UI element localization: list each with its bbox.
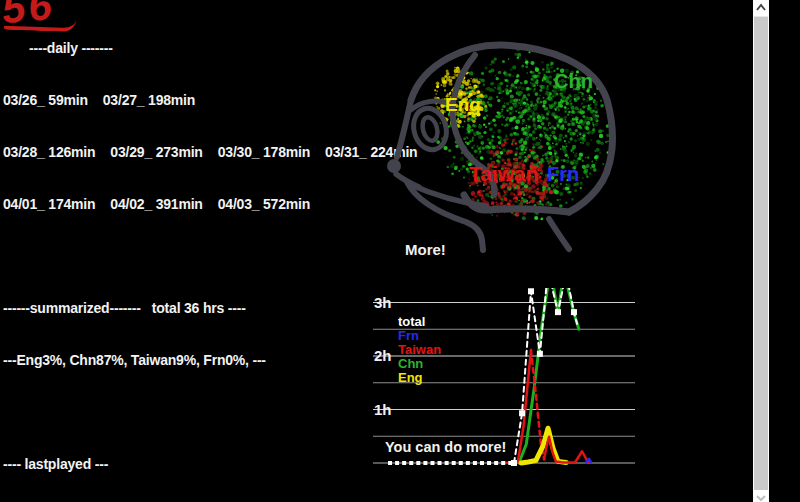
summary-header: ------summarized------- total 36 hrs ---…: [3, 298, 371, 318]
daily-entry: 04/02_ 391min: [110, 194, 202, 214]
right-margin: [769, 0, 800, 502]
more-text: More!: [405, 241, 446, 258]
legend-eng: Eng: [398, 370, 423, 385]
chevron-down-icon: [757, 496, 765, 500]
blank-line: [3, 402, 371, 422]
ytick-1h: 1h: [374, 401, 392, 418]
daily-row: 03/26_ 59min03/27_ 198min: [3, 90, 371, 110]
daily-header: ----daily -------: [3, 38, 371, 58]
scrollbar-thumb[interactable]: [754, 16, 768, 492]
scrollbar-down-button[interactable]: [753, 490, 769, 502]
legend-chn: Chn: [398, 356, 423, 371]
legend-frn: Frn: [398, 328, 419, 343]
label-eng: Eng: [445, 94, 481, 115]
encouragement-text: You can do more!: [385, 439, 506, 455]
lastplayed-header: ---- lastplayed ---: [3, 454, 371, 474]
brain-illustration: Eng Chn Taiwan Frn More!: [380, 32, 636, 264]
scrollbar-up-button[interactable]: [753, 0, 769, 16]
label-frn: Frn: [547, 163, 579, 185]
nose: [387, 159, 401, 173]
ytick-3h: 3h: [374, 294, 392, 311]
chevron-up-icon: [757, 5, 765, 10]
daily-entry: 03/27_ 198min: [103, 90, 195, 110]
blank-line: [3, 246, 371, 266]
daily-entry: 03/26_ 59min: [3, 90, 88, 110]
label-taiwan: Taiwan: [469, 162, 539, 185]
daily-entry: 03/30_ 178min: [218, 142, 310, 162]
ytick-2h: 2h: [374, 347, 392, 364]
label-chn: Chn: [554, 70, 593, 92]
daily-entry: 03/29_ 273min: [110, 142, 202, 162]
summary-percentages: ---Eng3%, Chn87%, Taiwan9%, Frn0%, ---: [3, 350, 371, 370]
progress-chart: 3h 2h 1h total Frn Taiwan Chn Eng You ca…: [371, 284, 639, 480]
daily-entry: 04/03_ 572min: [218, 194, 310, 214]
terminal-panel: ----daily ------- 03/26_ 59min03/27_ 198…: [3, 6, 371, 502]
daily-row: 03/28_ 126min03/29_ 273min03/30_ 178min0…: [3, 142, 371, 162]
legend-taiwan: Taiwan: [398, 342, 441, 357]
scrollbar[interactable]: [753, 0, 769, 502]
daily-row: 04/01_ 174min04/02_ 391min04/03_ 572min: [3, 194, 371, 214]
daily-entry: 04/01_ 174min: [3, 194, 95, 214]
daily-entry: 03/28_ 126min: [3, 142, 95, 162]
legend-total: total: [398, 314, 425, 329]
